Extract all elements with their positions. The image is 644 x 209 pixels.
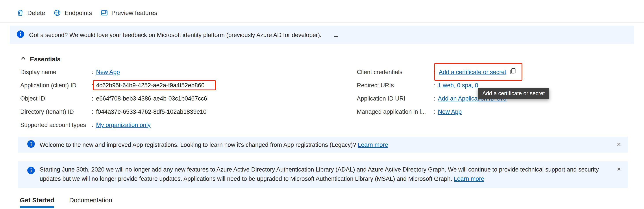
preview-features-button[interactable]: Preview features [96,7,162,19]
colon-separator: : [434,82,438,88]
row-directory-tenant-id: Directory (tenant) ID : f044a37e-6533-47… [20,105,357,118]
colon-separator: : [92,95,96,102]
adal-banner: Starting June 30th, 2020 we will no long… [18,161,628,188]
highlight-box-client-credentials: Add a certificate or secret [434,63,522,81]
feedback-text: Got a second? We would love your feedbac… [29,32,322,38]
essentials-title: Essentials [30,56,60,63]
info-icon [27,140,35,149]
row-client-credentials: Client credentials : Add a certificate o… [357,65,644,79]
delete-button[interactable]: Delete [12,7,50,19]
tenant-id-value: f044a37e-6533-4762-8df5-102ab1839e10 [96,108,206,115]
info-icon [17,31,24,39]
endpoints-label: Endpoints [64,9,92,16]
tab-documentation[interactable]: Documentation [69,197,112,208]
managed-application-label: Managed application in l... [357,108,434,115]
display-name-value-link[interactable]: New App [96,69,120,75]
redirect-uris-link[interactable]: 1 web, 0 spa, 0 [438,82,478,88]
essentials-left-column: Display name : New App Application (clie… [20,65,357,131]
endpoints-button[interactable]: Endpoints [50,7,96,19]
preview-features-icon [101,9,108,16]
close-icon[interactable]: ✕ [617,167,621,172]
adal-learn-more-link[interactable]: Learn more [454,175,484,182]
application-id-uri-label: Application ID URI [357,95,434,102]
app-registration-blade: Delete Endpoints Preview features [0,0,644,209]
object-id-value: e664f708-beb3-4386-ae4b-03c1b0467cc6 [96,95,207,102]
tenant-id-label: Directory (tenant) ID [20,108,92,115]
trash-icon [17,9,24,16]
chevron-up-icon [20,56,26,63]
colon-separator: : [92,121,96,128]
row-managed-application: Managed application in l... : New App [357,105,644,118]
welcome-banner-text: Welcome to the new and improved App regi… [40,141,388,148]
tab-bar: Get Started Documentation [20,197,644,208]
row-application-client-id: Application (client) ID : 4c62b95f-64b9-… [20,79,357,92]
preview-features-label: Preview features [112,9,158,16]
supported-account-types-link[interactable]: My organization only [96,121,151,128]
row-supported-account-types: Supported account types : My organizatio… [20,118,357,131]
display-name-label: Display name [20,69,92,75]
colon-separator: : [92,69,96,75]
object-id-label: Object ID [20,95,92,102]
adal-text: Starting June 30th, 2020 we will no long… [40,166,599,182]
tooltip-add-certificate: Add a certificate or secret [478,88,549,99]
client-id-value: 4c62b95f-64b9-4252-ae2a-f9a4f52eb860 [96,82,204,88]
adal-banner-text: Starting June 30th, 2020 we will no long… [40,165,602,184]
managed-application-link[interactable]: New App [438,108,462,115]
colon-separator: : [434,95,438,102]
close-icon[interactable]: ✕ [617,142,621,147]
client-credentials-label: Client credentials [357,69,434,75]
delete-label: Delete [27,9,45,16]
essentials-toggle[interactable]: Essentials [20,56,644,63]
supported-account-types-label: Supported account types [20,121,92,128]
welcome-banner: Welcome to the new and improved App regi… [18,137,628,153]
welcome-learn-more-link[interactable]: Learn more [358,141,388,148]
colon-separator: : [92,108,96,115]
row-object-id: Object ID : e664f708-beb3-4386-ae4b-03c1… [20,92,357,105]
redirect-uris-label: Redirect URIs [357,82,434,88]
info-icon [27,167,35,177]
add-certificate-or-secret-link[interactable]: Add a certificate or secret [439,69,506,75]
tab-get-started[interactable]: Get Started [20,197,54,208]
copy-icon[interactable] [510,68,516,76]
client-id-label: Application (client) ID [20,82,92,88]
globe-icon [54,9,61,16]
highlight-box-client-id: 4c62b95f-64b9-4252-ae2a-f9a4f52eb860 [93,80,216,90]
command-bar: Delete Endpoints Preview features [0,0,644,23]
arrow-right-icon: → [332,31,339,39]
feedback-banner[interactable]: Got a second? We would love your feedbac… [10,26,634,44]
row-display-name: Display name : New App [20,65,357,79]
welcome-text: Welcome to the new and improved App regi… [40,141,358,148]
colon-separator: : [434,108,438,115]
essentials-grid: Display name : New App Application (clie… [20,65,644,131]
